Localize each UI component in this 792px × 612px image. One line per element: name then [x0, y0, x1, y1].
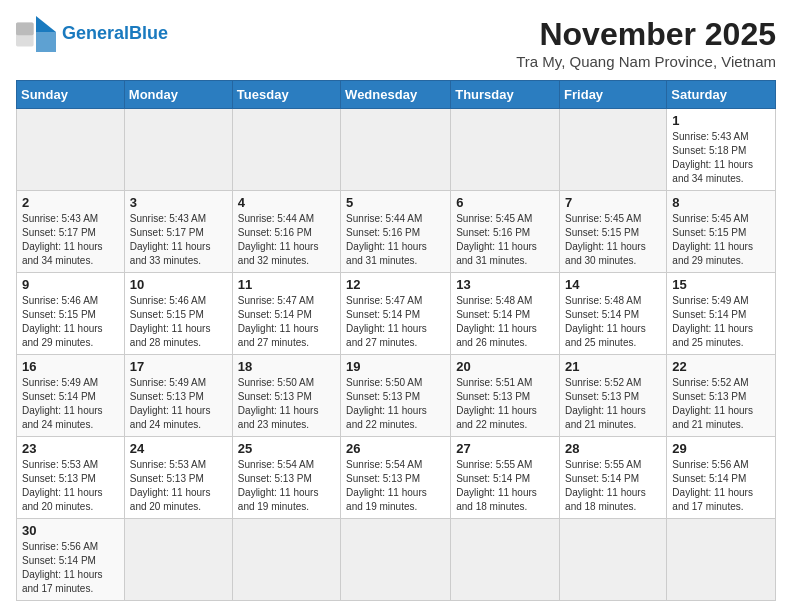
- calendar-day-cell: 30Sunrise: 5:56 AM Sunset: 5:14 PM Dayli…: [17, 519, 125, 601]
- calendar-day-cell: 24Sunrise: 5:53 AM Sunset: 5:13 PM Dayli…: [124, 437, 232, 519]
- calendar-day-cell: [560, 109, 667, 191]
- calendar-day-cell: 22Sunrise: 5:52 AM Sunset: 5:13 PM Dayli…: [667, 355, 776, 437]
- day-info: Sunrise: 5:46 AM Sunset: 5:15 PM Dayligh…: [130, 294, 227, 350]
- calendar-day-cell: 18Sunrise: 5:50 AM Sunset: 5:13 PM Dayli…: [232, 355, 340, 437]
- calendar-day-cell: [232, 109, 340, 191]
- day-info: Sunrise: 5:49 AM Sunset: 5:13 PM Dayligh…: [130, 376, 227, 432]
- day-info: Sunrise: 5:52 AM Sunset: 5:13 PM Dayligh…: [672, 376, 770, 432]
- page-header: GeneralBlue November 2025 Tra My, Quang …: [16, 16, 776, 70]
- day-number: 25: [238, 441, 335, 456]
- day-number: 5: [346, 195, 445, 210]
- svg-rect-1: [16, 22, 34, 35]
- day-number: 16: [22, 359, 119, 374]
- day-number: 26: [346, 441, 445, 456]
- day-info: Sunrise: 5:54 AM Sunset: 5:13 PM Dayligh…: [346, 458, 445, 514]
- day-info: Sunrise: 5:45 AM Sunset: 5:15 PM Dayligh…: [565, 212, 661, 268]
- calendar-day-cell: 20Sunrise: 5:51 AM Sunset: 5:13 PM Dayli…: [451, 355, 560, 437]
- calendar-week-row: 9Sunrise: 5:46 AM Sunset: 5:15 PM Daylig…: [17, 273, 776, 355]
- calendar-day-cell: [341, 109, 451, 191]
- calendar-day-cell: [232, 519, 340, 601]
- calendar-day-cell: 6Sunrise: 5:45 AM Sunset: 5:16 PM Daylig…: [451, 191, 560, 273]
- calendar-day-cell: 2Sunrise: 5:43 AM Sunset: 5:17 PM Daylig…: [17, 191, 125, 273]
- calendar-day-cell: 23Sunrise: 5:53 AM Sunset: 5:13 PM Dayli…: [17, 437, 125, 519]
- calendar-day-cell: 21Sunrise: 5:52 AM Sunset: 5:13 PM Dayli…: [560, 355, 667, 437]
- day-info: Sunrise: 5:48 AM Sunset: 5:14 PM Dayligh…: [565, 294, 661, 350]
- day-info: Sunrise: 5:43 AM Sunset: 5:17 PM Dayligh…: [22, 212, 119, 268]
- day-info: Sunrise: 5:54 AM Sunset: 5:13 PM Dayligh…: [238, 458, 335, 514]
- calendar-week-row: 2Sunrise: 5:43 AM Sunset: 5:17 PM Daylig…: [17, 191, 776, 273]
- weekday-header-monday: Monday: [124, 81, 232, 109]
- day-number: 15: [672, 277, 770, 292]
- day-info: Sunrise: 5:44 AM Sunset: 5:16 PM Dayligh…: [238, 212, 335, 268]
- day-number: 10: [130, 277, 227, 292]
- day-info: Sunrise: 5:53 AM Sunset: 5:13 PM Dayligh…: [130, 458, 227, 514]
- day-number: 19: [346, 359, 445, 374]
- logo: GeneralBlue: [16, 16, 168, 52]
- day-info: Sunrise: 5:43 AM Sunset: 5:18 PM Dayligh…: [672, 130, 770, 186]
- calendar-day-cell: [17, 109, 125, 191]
- weekday-header-thursday: Thursday: [451, 81, 560, 109]
- calendar-day-cell: 4Sunrise: 5:44 AM Sunset: 5:16 PM Daylig…: [232, 191, 340, 273]
- weekday-header-friday: Friday: [560, 81, 667, 109]
- calendar-day-cell: [124, 109, 232, 191]
- calendar-day-cell: 15Sunrise: 5:49 AM Sunset: 5:14 PM Dayli…: [667, 273, 776, 355]
- day-info: Sunrise: 5:56 AM Sunset: 5:14 PM Dayligh…: [672, 458, 770, 514]
- day-number: 4: [238, 195, 335, 210]
- weekday-header-tuesday: Tuesday: [232, 81, 340, 109]
- calendar-day-cell: 26Sunrise: 5:54 AM Sunset: 5:13 PM Dayli…: [341, 437, 451, 519]
- day-info: Sunrise: 5:56 AM Sunset: 5:14 PM Dayligh…: [22, 540, 119, 596]
- day-number: 18: [238, 359, 335, 374]
- calendar-day-cell: 25Sunrise: 5:54 AM Sunset: 5:13 PM Dayli…: [232, 437, 340, 519]
- day-number: 14: [565, 277, 661, 292]
- day-info: Sunrise: 5:48 AM Sunset: 5:14 PM Dayligh…: [456, 294, 554, 350]
- day-number: 3: [130, 195, 227, 210]
- day-number: 2: [22, 195, 119, 210]
- day-info: Sunrise: 5:50 AM Sunset: 5:13 PM Dayligh…: [346, 376, 445, 432]
- weekday-header-row: SundayMondayTuesdayWednesdayThursdayFrid…: [17, 81, 776, 109]
- calendar-day-cell: 7Sunrise: 5:45 AM Sunset: 5:15 PM Daylig…: [560, 191, 667, 273]
- day-number: 1: [672, 113, 770, 128]
- day-number: 23: [22, 441, 119, 456]
- calendar-week-row: 23Sunrise: 5:53 AM Sunset: 5:13 PM Dayli…: [17, 437, 776, 519]
- calendar-day-cell: [124, 519, 232, 601]
- day-number: 13: [456, 277, 554, 292]
- calendar-day-cell: 29Sunrise: 5:56 AM Sunset: 5:14 PM Dayli…: [667, 437, 776, 519]
- calendar-table: SundayMondayTuesdayWednesdayThursdayFrid…: [16, 80, 776, 601]
- logo-icon: [16, 16, 56, 52]
- calendar-week-row: 30Sunrise: 5:56 AM Sunset: 5:14 PM Dayli…: [17, 519, 776, 601]
- calendar-day-cell: [341, 519, 451, 601]
- calendar-day-cell: [667, 519, 776, 601]
- calendar-day-cell: 14Sunrise: 5:48 AM Sunset: 5:14 PM Dayli…: [560, 273, 667, 355]
- weekday-header-wednesday: Wednesday: [341, 81, 451, 109]
- logo-blue: Blue: [129, 23, 168, 43]
- calendar-day-cell: 10Sunrise: 5:46 AM Sunset: 5:15 PM Dayli…: [124, 273, 232, 355]
- day-number: 8: [672, 195, 770, 210]
- day-info: Sunrise: 5:47 AM Sunset: 5:14 PM Dayligh…: [238, 294, 335, 350]
- day-info: Sunrise: 5:51 AM Sunset: 5:13 PM Dayligh…: [456, 376, 554, 432]
- day-number: 28: [565, 441, 661, 456]
- calendar-day-cell: 1Sunrise: 5:43 AM Sunset: 5:18 PM Daylig…: [667, 109, 776, 191]
- calendar-day-cell: 17Sunrise: 5:49 AM Sunset: 5:13 PM Dayli…: [124, 355, 232, 437]
- day-info: Sunrise: 5:55 AM Sunset: 5:14 PM Dayligh…: [456, 458, 554, 514]
- svg-marker-3: [36, 32, 56, 52]
- location-subtitle: Tra My, Quang Nam Province, Vietnam: [516, 53, 776, 70]
- logo-general: General: [62, 23, 129, 43]
- weekday-header-saturday: Saturday: [667, 81, 776, 109]
- day-number: 17: [130, 359, 227, 374]
- day-number: 9: [22, 277, 119, 292]
- calendar-day-cell: 8Sunrise: 5:45 AM Sunset: 5:15 PM Daylig…: [667, 191, 776, 273]
- calendar-day-cell: 3Sunrise: 5:43 AM Sunset: 5:17 PM Daylig…: [124, 191, 232, 273]
- calendar-day-cell: [560, 519, 667, 601]
- day-number: 7: [565, 195, 661, 210]
- calendar-day-cell: 16Sunrise: 5:49 AM Sunset: 5:14 PM Dayli…: [17, 355, 125, 437]
- month-title: November 2025: [516, 16, 776, 53]
- day-number: 30: [22, 523, 119, 538]
- calendar-day-cell: 12Sunrise: 5:47 AM Sunset: 5:14 PM Dayli…: [341, 273, 451, 355]
- day-info: Sunrise: 5:53 AM Sunset: 5:13 PM Dayligh…: [22, 458, 119, 514]
- day-info: Sunrise: 5:44 AM Sunset: 5:16 PM Dayligh…: [346, 212, 445, 268]
- day-number: 20: [456, 359, 554, 374]
- day-info: Sunrise: 5:45 AM Sunset: 5:15 PM Dayligh…: [672, 212, 770, 268]
- calendar-week-row: 16Sunrise: 5:49 AM Sunset: 5:14 PM Dayli…: [17, 355, 776, 437]
- day-info: Sunrise: 5:52 AM Sunset: 5:13 PM Dayligh…: [565, 376, 661, 432]
- day-info: Sunrise: 5:49 AM Sunset: 5:14 PM Dayligh…: [672, 294, 770, 350]
